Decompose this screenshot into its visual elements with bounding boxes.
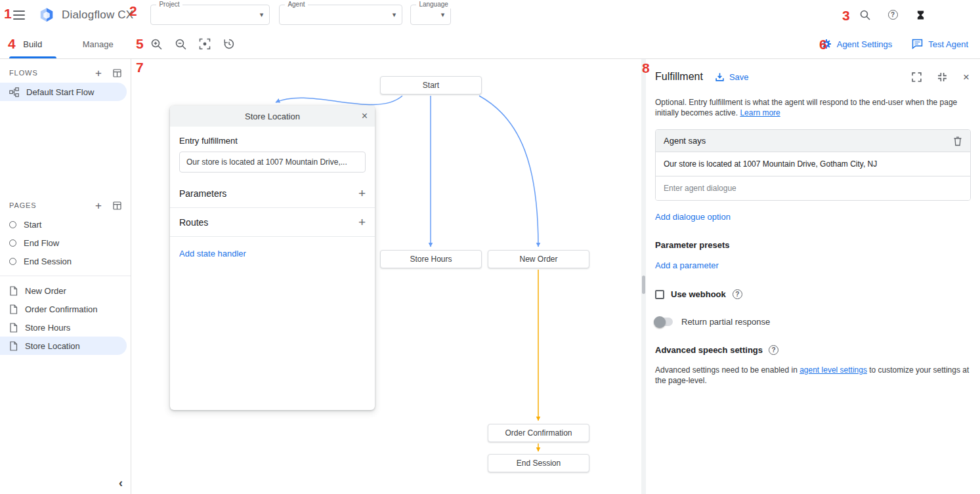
- help-icon[interactable]: ?: [769, 345, 778, 355]
- return-partial-response-label: Return partial response: [681, 317, 770, 327]
- sidebar-spacer: [0, 101, 131, 192]
- circle-icon: [9, 258, 16, 265]
- use-webhook-checkbox[interactable]: [655, 290, 664, 299]
- annotation-2: 2: [129, 4, 137, 18]
- add-dialogue-option-link[interactable]: Add dialogue option: [655, 212, 731, 222]
- flows-section-title: FLOWS: [9, 69, 38, 77]
- sidebar-item-order-confirmation[interactable]: Order Confirmation: [0, 300, 127, 318]
- canvas-zoom-controls: [149, 37, 236, 51]
- agent-select-label: Agent: [285, 1, 307, 9]
- annotation-8: 8: [642, 61, 650, 75]
- language-select[interactable]: Language ▾: [410, 5, 451, 25]
- reset-view-icon[interactable]: [222, 37, 236, 51]
- routes-label: Routes: [179, 217, 208, 228]
- dialogflow-logo: [38, 7, 55, 24]
- collapse-sidebar-icon[interactable]: ‹: [119, 477, 123, 489]
- store-location-card: Store Location × Entry fulfillment Our s…: [170, 106, 375, 410]
- sidebar-item-store-hours[interactable]: Store Hours: [0, 318, 127, 337]
- routes-row[interactable]: Routes +: [170, 208, 375, 237]
- exit-fullscreen-icon[interactable]: [937, 72, 947, 82]
- card-title: Store Location: [245, 112, 300, 121]
- annotation-7: 7: [136, 60, 144, 74]
- trash-icon[interactable]: [953, 136, 962, 146]
- add-route-icon[interactable]: +: [358, 216, 366, 228]
- page-icon: [9, 341, 18, 351]
- search-icon[interactable]: [858, 8, 872, 22]
- agent-says-header: Agent says: [656, 130, 970, 152]
- canvas-scrollbar[interactable]: [641, 59, 646, 494]
- agent-level-settings-link[interactable]: agent level settings: [799, 365, 867, 375]
- flows-section-header: FLOWS +: [0, 63, 131, 83]
- sidebar-tabs: Build Manage: [0, 30, 131, 58]
- flow-canvas[interactable]: Start Store Hours New Order Order Confir…: [131, 59, 641, 494]
- add-a-parameter-link[interactable]: Add a parameter: [655, 260, 719, 270]
- annotation-3: 3: [842, 9, 850, 22]
- annotation-4: 4: [8, 37, 16, 51]
- flows-list-view-icon[interactable]: [113, 69, 121, 77]
- center-focus-icon[interactable]: [198, 37, 212, 51]
- page-icon: [9, 286, 18, 296]
- use-webhook-row: Use webhook ?: [655, 289, 971, 299]
- sidebar-item-store-location[interactable]: Store Location: [0, 337, 127, 355]
- header-icons: ?: [858, 8, 966, 22]
- help-icon[interactable]: ?: [885, 8, 900, 22]
- save-button[interactable]: Save: [715, 72, 749, 82]
- agent-select[interactable]: Agent ▾: [279, 5, 402, 25]
- node-new-order[interactable]: New Order: [488, 250, 589, 268]
- sidebar-item-new-order[interactable]: New Order: [0, 281, 127, 300]
- advanced-settings-note: Advanced settings need to be enabled in …: [655, 365, 971, 386]
- sidebar-item-label: Store Hours: [25, 323, 70, 333]
- advanced-speech-settings-row: Advanced speech settings ?: [655, 345, 971, 355]
- save-icon: [715, 72, 725, 82]
- circle-icon: [9, 221, 16, 228]
- return-partial-response-toggle[interactable]: [655, 318, 673, 326]
- learn-more-link[interactable]: Learn more: [740, 108, 780, 117]
- pages-section-title: PAGES: [9, 201, 37, 209]
- node-end-session[interactable]: End Session: [488, 454, 589, 472]
- fulfillment-panel: Fulfillment Save × Optional. Entr: [646, 59, 980, 494]
- hamburger-menu-icon[interactable]: [13, 10, 25, 20]
- node-order-confirmation[interactable]: Order Confirmation: [488, 424, 589, 442]
- add-state-handler-link[interactable]: Add state handler: [179, 249, 246, 258]
- fullscreen-icon[interactable]: [912, 72, 922, 82]
- agent-dialogue-input-row: [656, 176, 970, 200]
- apps-grid-icon[interactable]: [951, 8, 966, 22]
- tab-manage[interactable]: Manage: [66, 30, 131, 58]
- agent-dialogue-text[interactable]: Our store is located at 1007 Mountain Dr…: [656, 152, 970, 176]
- node-start[interactable]: Start: [380, 76, 482, 94]
- chat-icon: [912, 39, 923, 49]
- entry-fulfillment-preview[interactable]: Our store is located at 1007 Mountain Dr…: [179, 152, 366, 173]
- project-select[interactable]: Project ▾: [150, 5, 270, 25]
- pages-list-view-icon[interactable]: [113, 201, 121, 210]
- sidebar: FLOWS + Default Start Flow PAGES +: [0, 59, 131, 494]
- sidebar-item-end-flow[interactable]: End Flow: [0, 234, 127, 252]
- agent-settings-button[interactable]: Agent Settings: [821, 39, 893, 49]
- node-store-hours[interactable]: Store Hours: [380, 250, 482, 268]
- agent-dialogue-input[interactable]: [656, 176, 970, 200]
- sidebar-item-start[interactable]: Start: [0, 215, 127, 234]
- add-parameter-icon[interactable]: +: [358, 187, 366, 199]
- test-agent-button[interactable]: Test Agent: [912, 39, 968, 49]
- close-icon[interactable]: ×: [362, 110, 368, 122]
- sidebar-item-end-session[interactable]: End Session: [0, 252, 127, 270]
- advanced-speech-settings-label: Advanced speech settings: [655, 345, 763, 355]
- sidebar-item-label: Order Confirmation: [25, 304, 98, 314]
- close-icon[interactable]: ×: [963, 72, 969, 83]
- chevron-down-icon: ▾: [441, 10, 445, 19]
- add-flow-icon[interactable]: +: [95, 68, 102, 79]
- zoom-out-icon[interactable]: [173, 37, 188, 51]
- zoom-in-icon[interactable]: [149, 37, 163, 51]
- chevron-down-icon: ▾: [260, 10, 264, 19]
- parameters-row[interactable]: Parameters +: [170, 179, 375, 208]
- edge-start-to-store-location: [276, 96, 402, 105]
- hourglass-icon[interactable]: [913, 8, 927, 22]
- scrollbar-thumb[interactable]: [642, 276, 645, 294]
- sidebar-item-default-start-flow[interactable]: Default Start Flow: [0, 83, 127, 101]
- toolbar-right: Agent Settings Test Agent: [821, 39, 968, 49]
- add-page-icon[interactable]: +: [95, 200, 102, 211]
- use-webhook-label: Use webhook: [671, 289, 726, 299]
- toolbar: Build Manage: [0, 30, 980, 59]
- toggle-knob: [654, 316, 666, 328]
- sidebar-item-label: End Session: [24, 257, 72, 266]
- help-icon[interactable]: ?: [733, 289, 742, 299]
